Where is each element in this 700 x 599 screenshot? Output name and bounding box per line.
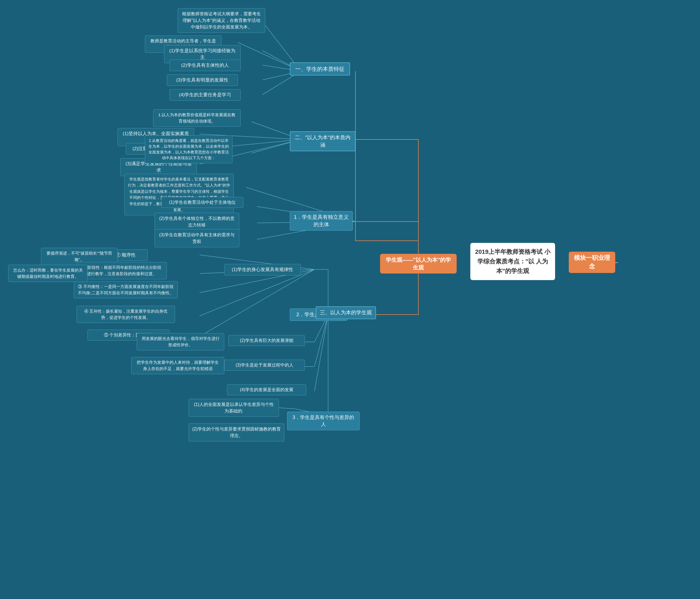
section2-node: 二、"以人为本"的本质内涵 <box>290 131 355 151</box>
svg-line-26 <box>315 315 328 391</box>
section1-node: 一、学生的本质特征 <box>290 63 350 75</box>
s3-main2-title-node: (1)学生的身心发展具有规律性 <box>224 264 301 275</box>
s3-2-4-node: (4)学生的发展是全面的发展 <box>227 384 306 395</box>
bujunheng-node: ③ 不均衡性：一是同一方面发展速度在不同年龄阶段不均衡;二是不同方面在不同发展时… <box>74 281 178 298</box>
s1-2-node: (2)学生具有主体性的人 <box>170 59 241 71</box>
s3-1-3-node: (3)学生在教育活动中具有主体的需求与责权 <box>154 229 239 247</box>
root-node: 2019上半年教师资格考试 小学综合素质考点："以 人为本"的学生观 <box>470 243 555 280</box>
s2-intro-node: 1.以人为本的教育价值观是科学发展观在教育领域的生动体现。 <box>153 109 241 127</box>
module-node: 模块一职业理念 <box>569 252 615 273</box>
s3-2-2-node: (2)学生具有巨大的发展潜能 <box>228 335 305 346</box>
mindmap-container: 根据教师资格证考试大纲要求，需要考生理解"以人为本"的涵义，在教育教学活动中做到… <box>0 0 700 599</box>
jieduan-node: ② 阶段性：根据不同年龄阶段的特点分阶段进行教学，注意各阶段的衔接和过渡。 <box>77 262 167 279</box>
s1-3-node: (3)学生具有明显的发展性 <box>167 74 238 86</box>
yongfazhan-node: 用发展的眼光去看待学生，倡导对学生进行形成性评价。 <box>137 333 224 350</box>
svg-line-25 <box>315 315 328 367</box>
s3-2-3-node: (3)学生是处于发展过程中的人 <box>224 360 305 371</box>
svg-line-21 <box>200 269 315 336</box>
s2-content-node: 2.从教育活动的角度看，就是在教育活动中以学生为本，以学生的全面发展为本，以全体… <box>145 135 232 163</box>
top-description: 根据教师资格证考试大纲要求，需要考生理解"以人为本"的涵义，在教育教学活动中做到… <box>178 8 265 33</box>
bazuo-node: 把学生作为发展中的人来对待，就要理解学生身上存在的不足，就要允许学生犯错误 <box>131 357 224 374</box>
s3-main3-node: 3．学生是具有个性与差异的人 <box>287 411 359 430</box>
s3-3-1-node: (1)人的全面发展是以承认学生差异与个性为基础的: <box>189 399 279 417</box>
buchu-node: ④ 互补性：扬长避短，注重发展学生的自身优势，促进学生的个性发展。 <box>77 306 175 323</box>
s1-4-node: (4)学生的主要任务是学习 <box>170 89 241 101</box>
s3-1-2-node: (2)学生具有个体独立性，不以教师的意志力转移 <box>154 213 239 231</box>
s3-main1-node: 1．学生是具有独立意义的主体 <box>290 211 353 230</box>
s3-3-2-node: (2)学生的个性与差异要求贯彻因材施教的教育理念。 <box>189 423 284 442</box>
section3-heading: 三、以人为本的学生观 <box>316 306 376 319</box>
connector-lines <box>0 0 700 599</box>
s3-1-1-node: (1)学生在教育活动中处于主体地位 <box>161 197 243 208</box>
zenme-node: 怎么办：适时而教，要在学生发展的关键期或最佳时期及时地进行教育。 <box>8 265 88 282</box>
section3-intro-node: 学生观是指教育者对学生的基本看法，它支配着教育者教育行为，决定着教育者的工作态度… <box>124 174 234 215</box>
main-node[interactable]: 学生观——"以人为本"的学生观 <box>380 254 457 274</box>
